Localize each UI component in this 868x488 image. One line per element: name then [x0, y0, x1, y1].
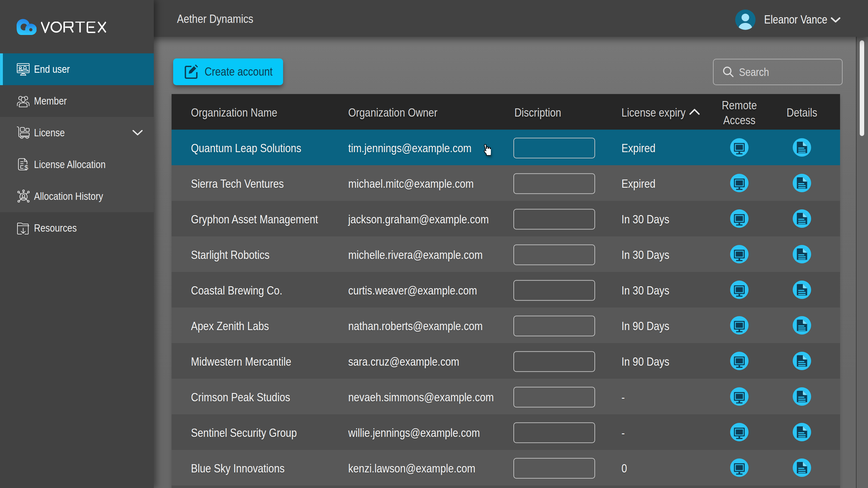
svg-text:$: $: [25, 163, 28, 171]
